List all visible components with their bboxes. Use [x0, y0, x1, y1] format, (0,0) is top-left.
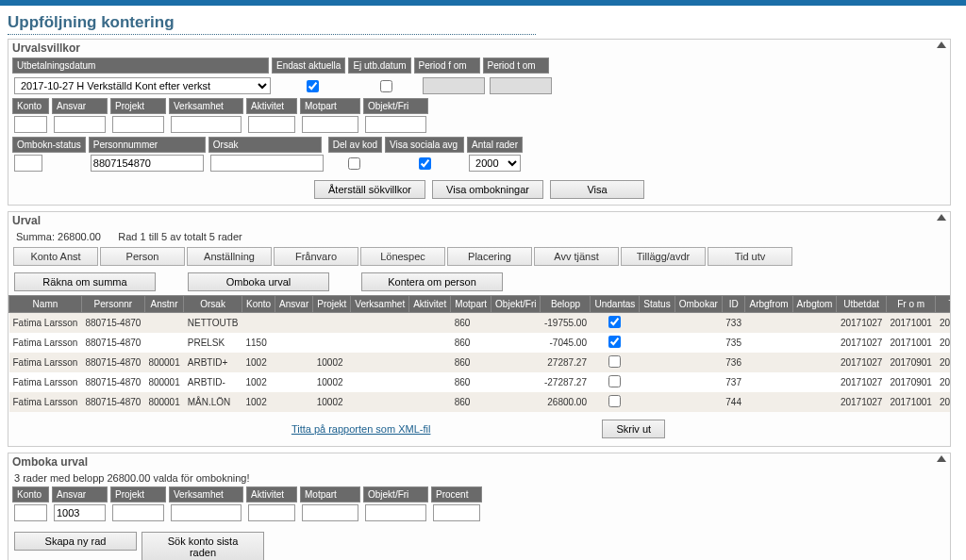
- omboka-urval-button[interactable]: Omboka urval: [188, 272, 329, 291]
- omboka-message: 3 rader med belopp 26800.00 valda för om…: [8, 470, 950, 486]
- period-to-label: Period t om: [483, 58, 549, 74]
- table-row[interactable]: Fatima Larsson880715-4870800001ARBTID+10…: [9, 353, 951, 372]
- undantas-checkbox[interactable]: [608, 316, 621, 328]
- col-t-o-m[interactable]: T o m: [936, 296, 950, 313]
- ansvar-label: Ansvar: [52, 98, 108, 114]
- col-fr-o-m[interactable]: Fr o m: [886, 296, 936, 313]
- period-to-input[interactable]: [490, 77, 552, 94]
- reset-filters-button[interactable]: Återställ sökvillkor: [314, 180, 425, 199]
- table-row[interactable]: Fatima Larsson880715-4870NETTOUTB860-197…: [9, 313, 951, 334]
- antal-rader-select[interactable]: 2000: [469, 155, 521, 172]
- objektfri-input[interactable]: [365, 116, 426, 133]
- personnummer-input[interactable]: [91, 155, 204, 172]
- tab-placering[interactable]: Placering: [447, 247, 532, 266]
- visa-sociala-checkbox[interactable]: [419, 157, 431, 170]
- col-belopp[interactable]: Belopp: [541, 296, 591, 313]
- aktivitet-label: Aktivitet: [246, 98, 297, 114]
- col-objekt-fri[interactable]: Objekt/Fri: [491, 296, 541, 313]
- utbetalningsdatum-select[interactable]: 2017-10-27 H Verkställd Kont efter verks…: [14, 77, 271, 94]
- ej-utb-label: Ej utb.datum: [348, 58, 410, 74]
- projekt-label: Projekt: [110, 98, 166, 114]
- show-ombok-button[interactable]: Visa ombokningar: [432, 180, 543, 199]
- col-id[interactable]: ID: [722, 296, 745, 313]
- om-ansvar-input[interactable]: [54, 504, 106, 521]
- col-personnr[interactable]: Personnr: [81, 296, 144, 313]
- tab-konto-anst[interactable]: Konto Anst: [13, 247, 98, 266]
- col-status[interactable]: Status: [640, 296, 675, 313]
- urval-grid: NamnPersonnrAnstnrOrsakKontoAnsvarProjek…: [8, 295, 950, 412]
- col-verksamhet[interactable]: Verksamhet: [351, 296, 409, 313]
- del-av-kod-label: Del av kod: [328, 137, 382, 153]
- sok-konto-button[interactable]: Sök konto sista raden: [142, 532, 264, 560]
- kontera-button[interactable]: Kontera om person: [361, 272, 503, 291]
- col-konto[interactable]: Konto: [242, 296, 275, 313]
- period-from-input[interactable]: [423, 77, 485, 94]
- col-ombokar[interactable]: Ombokar: [675, 296, 722, 313]
- tab-fr-nvaro[interactable]: Frånvaro: [274, 247, 358, 266]
- tab-avv-tj-nst[interactable]: Avv tjänst: [534, 247, 619, 266]
- om-objektfri-input[interactable]: [365, 504, 426, 521]
- tabs-row: Konto AnstPersonAnställningFrånvaroLönes…: [8, 244, 950, 269]
- omboka-title: Omboka urval: [8, 453, 950, 470]
- orsak-input[interactable]: [210, 155, 324, 172]
- om-projekt-label: Projekt: [110, 486, 166, 502]
- om-procent-input[interactable]: [433, 504, 480, 521]
- col-undantas[interactable]: Undantas: [591, 296, 640, 313]
- ansvar-input[interactable]: [54, 116, 106, 133]
- ombokn-status-input[interactable]: [14, 155, 42, 172]
- collapse-icon[interactable]: [937, 455, 946, 462]
- om-verksamhet-label: Verksamhet: [169, 486, 243, 502]
- tab-l-nespec[interactable]: Lönespec: [360, 247, 445, 266]
- tab-anst-llning[interactable]: Anställning: [187, 247, 272, 266]
- endast-aktuella-checkbox[interactable]: [307, 80, 319, 92]
- verksamhet-input[interactable]: [171, 116, 242, 133]
- col-arbgfrom[interactable]: Arbgfrom: [745, 296, 792, 313]
- col-orsak[interactable]: Orsak: [184, 296, 242, 313]
- om-projekt-input[interactable]: [112, 504, 164, 521]
- xml-link[interactable]: Titta på rapporten som XML-fil: [291, 423, 431, 435]
- om-konto-input[interactable]: [14, 504, 47, 521]
- page-title: Uppföljning kontering: [8, 13, 536, 35]
- col-utbetdat[interactable]: Utbetdat: [837, 296, 887, 313]
- del-av-kod-checkbox[interactable]: [348, 157, 360, 170]
- table-row[interactable]: Fatima Larsson880715-4870800001MÅN.LÖN10…: [9, 392, 951, 412]
- skrivut-button[interactable]: Skriv ut: [602, 420, 665, 438]
- om-objektfri-label: Objekt/Fri: [363, 486, 428, 502]
- rakna-button[interactable]: Räkna om summa: [14, 272, 156, 291]
- collapse-icon[interactable]: [937, 41, 946, 48]
- col-aktivitet[interactable]: Aktivitet: [409, 296, 451, 313]
- projekt-input[interactable]: [112, 116, 164, 133]
- urval-summary: Summa: 26800.00 Rad 1 till 5 av totalt 5…: [8, 229, 950, 244]
- antal-rader-label: Antal rader: [467, 137, 523, 153]
- undantas-checkbox[interactable]: [608, 395, 621, 407]
- undantas-checkbox[interactable]: [608, 355, 621, 368]
- utbetalningsdatum-label: Utbetalningsdatum: [12, 58, 269, 74]
- undantas-checkbox[interactable]: [608, 375, 621, 387]
- om-aktivitet-input[interactable]: [248, 504, 295, 521]
- filters-title: Urvalsvillkor: [8, 40, 950, 57]
- aktivitet-input[interactable]: [248, 116, 295, 133]
- collapse-icon[interactable]: [937, 214, 946, 221]
- motpart-input[interactable]: [302, 116, 358, 133]
- top-bar: [0, 0, 966, 6]
- konto-input[interactable]: [14, 116, 47, 133]
- ej-utb-checkbox[interactable]: [380, 80, 392, 92]
- om-konto-label: Konto: [12, 486, 49, 502]
- skapa-ny-rad-button[interactable]: Skapa ny rad: [14, 532, 137, 551]
- col-motpart[interactable]: Motpart: [451, 296, 491, 313]
- col-arbgtom[interactable]: Arbgtom: [792, 296, 837, 313]
- table-row[interactable]: Fatima Larsson880715-4870PRELSK1150860-7…: [9, 333, 951, 353]
- tab-person[interactable]: Person: [100, 247, 185, 266]
- table-row[interactable]: Fatima Larsson880715-4870800001ARBTID-10…: [9, 372, 951, 392]
- show-button[interactable]: Visa: [550, 180, 644, 199]
- ombokn-status-label: Ombokn-status: [12, 137, 86, 153]
- col-anstnr[interactable]: Anstnr: [144, 296, 183, 313]
- undantas-checkbox[interactable]: [608, 336, 621, 348]
- col-ansvar[interactable]: Ansvar: [275, 296, 313, 313]
- om-verksamhet-input[interactable]: [171, 504, 242, 521]
- om-motpart-input[interactable]: [302, 504, 358, 521]
- col-namn[interactable]: Namn: [9, 296, 82, 313]
- col-projekt[interactable]: Projekt: [313, 296, 351, 313]
- tab-tid-utv[interactable]: Tid utv: [708, 247, 792, 266]
- tab-till-gg-avdr[interactable]: Tillägg/avdr: [621, 247, 706, 266]
